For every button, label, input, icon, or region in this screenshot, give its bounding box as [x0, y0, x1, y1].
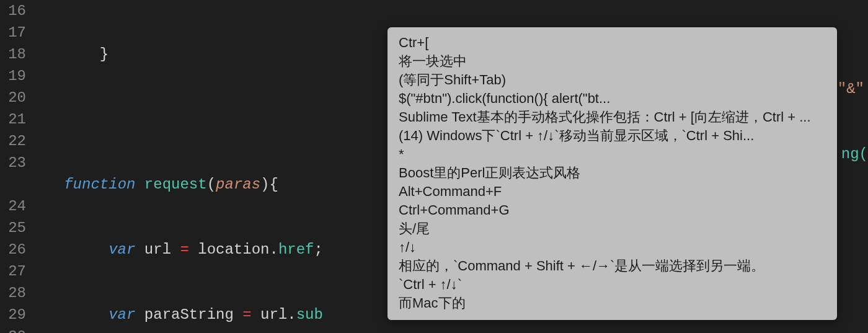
autocomplete-item[interactable]: Alt+Command+F [399, 182, 826, 201]
autocomplete-item[interactable]: ↑/↓ [399, 238, 826, 257]
line-number: 28 [0, 282, 26, 304]
line-number: 18 [0, 43, 26, 65]
autocomplete-item[interactable]: `Ctrl + ↑/↓` [399, 275, 826, 294]
line-number: 26 [0, 239, 26, 260]
autocomplete-item[interactable]: Boost里的Perl正则表达式风格 [399, 164, 826, 182]
autocomplete-item[interactable]: Ctr+[ [399, 33, 826, 52]
autocomplete-item[interactable]: (等同于Shift+Tab) [399, 71, 826, 89]
code-fragment-method: ng( [841, 146, 868, 162]
line-number-gutter: 16 17 18 19 20 21 22 23 24 25 26 27 28 2… [0, 0, 37, 333]
autocomplete-item[interactable]: * [399, 145, 826, 164]
autocomplete-item[interactable]: (14) Windows下`Ctrl + ↑/↓`移动当前显示区域，`Ctrl … [399, 127, 826, 145]
autocomplete-item[interactable]: Sublime Text基本的手动格式化操作包括：Ctrl + [向左缩进，Ct… [399, 108, 826, 127]
line-number: 30 [0, 326, 26, 333]
code-fragment-string: "&" [838, 81, 864, 97]
line-number [0, 174, 26, 195]
autocomplete-item[interactable]: 相应的，`Command + Shift + ←/→`是从一端选择到另一端。 [399, 257, 826, 275]
autocomplete-item[interactable]: 将一块选中 [399, 52, 826, 71]
autocomplete-popup[interactable]: Ctr+[ 将一块选中 (等同于Shift+Tab) $("#btn").cli… [388, 27, 837, 320]
line-number: 29 [0, 304, 26, 326]
autocomplete-item[interactable]: 头/尾 [399, 220, 826, 238]
line-number: 21 [0, 109, 26, 130]
line-number: 17 [0, 22, 26, 43]
line-number: 16 [0, 0, 26, 22]
line-number: 20 [0, 87, 26, 109]
line-number: 25 [0, 217, 26, 239]
line-number: 22 [0, 130, 26, 152]
line-number: 24 [0, 195, 26, 217]
autocomplete-item[interactable]: Ctrl+Command+G [399, 201, 826, 220]
autocomplete-item[interactable]: $("#btn").click(function(){ alert("bt... [399, 89, 826, 108]
line-number: 27 [0, 260, 26, 282]
line-number: 19 [0, 65, 26, 87]
line-number: 23 [0, 152, 26, 174]
autocomplete-item[interactable]: 而Mac下的 [399, 294, 826, 313]
